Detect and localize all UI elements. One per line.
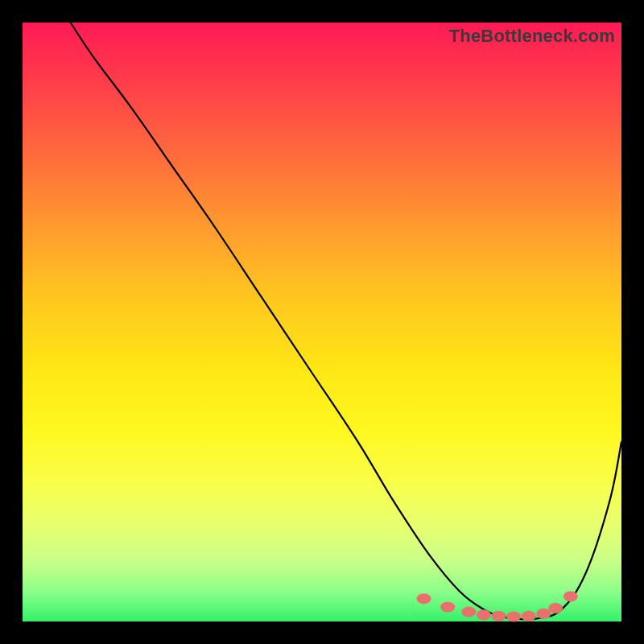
chart-frame: TheBottleneck.com: [0, 0, 644, 644]
marker-dot: [506, 612, 521, 622]
chart-plot-area: TheBottleneck.com: [23, 23, 621, 621]
chart-svg: [23, 23, 621, 621]
marker-dot: [564, 591, 578, 601]
marker-dot: [461, 607, 476, 617]
marker-dot: [440, 602, 455, 613]
marker-dot: [477, 609, 491, 620]
marker-dot: [522, 611, 536, 621]
low-bottleneck-markers: [417, 591, 578, 621]
marker-dot: [536, 609, 551, 619]
marker-dot: [548, 603, 563, 613]
bottleneck-curve: [71, 23, 622, 620]
marker-dot: [492, 611, 506, 621]
marker-dot: [417, 593, 431, 604]
